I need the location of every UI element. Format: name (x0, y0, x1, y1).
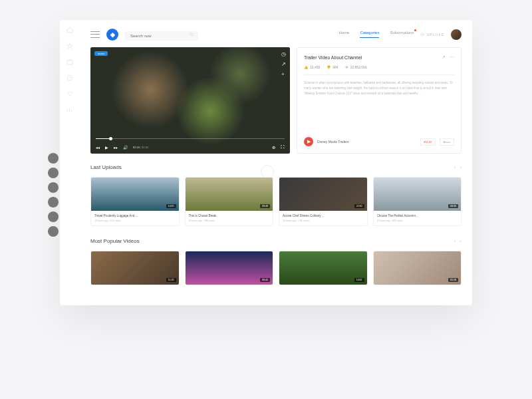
home-icon[interactable] (66, 27, 73, 33)
video-card[interactable]: 05:18 (373, 251, 462, 285)
search-icon[interactable] (190, 32, 194, 37)
clock-icon[interactable] (66, 74, 73, 81)
cloud-icon (420, 33, 424, 37)
video-card[interactable]: 11:20 (90, 251, 180, 285)
play-icon[interactable]: ▶ (105, 145, 108, 150)
svg-rect-0 (67, 61, 72, 65)
profile-avatar[interactable] (451, 29, 462, 40)
channel-avatar[interactable] (48, 153, 59, 164)
uploads-row: 14:25Travel Prudently Luggage And ...19 … (90, 177, 462, 226)
channel-name[interactable]: Disney Movie Trailers (317, 140, 349, 144)
search-input[interactable] (125, 28, 198, 41)
left-rail (60, 20, 80, 305)
fullscreen-icon[interactable]: ⛶ (281, 145, 285, 150)
channel-avatars-rail (48, 153, 59, 237)
channel-avatar[interactable] (48, 182, 59, 193)
forward-icon[interactable]: ▸▸ (114, 145, 118, 150)
about-button[interactable]: About (440, 138, 454, 146)
channel-avatar[interactable] (48, 168, 59, 178)
thumbs-down-icon[interactable]: 👎 (327, 65, 331, 69)
menu-icon[interactable] (90, 31, 100, 38)
video-card[interactable]: 22:10Aussie Chef Shares Culinary ...19 h… (279, 177, 368, 226)
rewind-icon[interactable]: ◂◂ (96, 145, 100, 150)
category-tag: music (94, 51, 108, 56)
nav-categories[interactable]: Categories (360, 31, 379, 38)
video-title: Trailer Video About Channel (304, 55, 362, 60)
channel-avatar[interactable] (48, 197, 59, 207)
add-icon[interactable]: + (281, 71, 286, 77)
channel-avatar[interactable] (48, 211, 59, 222)
prev-icon[interactable]: ‹ (454, 164, 456, 170)
prev-icon[interactable]: ‹ (454, 238, 456, 244)
thumbs-up-icon[interactable]: 👍 (304, 65, 308, 69)
upload-button[interactable]: UPLOAD (420, 33, 444, 37)
section-title-popular: Most Popular Videos (90, 238, 140, 244)
video-card[interactable]: 06:45 (185, 251, 274, 285)
briefcase-icon[interactable] (66, 59, 73, 65)
time-current: 02:16 / 45:32 (133, 146, 148, 149)
next-icon[interactable]: › (460, 164, 462, 170)
share-icon[interactable]: ↗ (281, 61, 286, 67)
video-card[interactable]: 08:33Choose The Perfect Accomm...19 hour… (373, 177, 462, 226)
video-description: Summer is often synonymous with beaches,… (304, 80, 454, 132)
svg-point-2 (190, 33, 193, 35)
popular-row: 11:20 06:45 15:02 05:18 (90, 251, 462, 285)
nav-subscriptions[interactable]: Subscriptions (390, 31, 414, 38)
video-card[interactable]: 09:40This Is Choaut Break19 hours ago · … (185, 177, 274, 226)
share-icon[interactable]: ↗ (442, 55, 446, 60)
video-detail: Trailer Video About Channel ↗ ⋯ 👍12,456 … (297, 47, 462, 154)
section-title-uploads: Last Uploads (90, 164, 122, 170)
eye-icon: 👁 (345, 65, 348, 69)
logo[interactable]: ◆ (106, 29, 118, 41)
chart-icon[interactable] (66, 106, 73, 113)
volume-icon[interactable]: 🔊 (123, 145, 128, 150)
main-nav: Home Categories Subscriptions (338, 31, 414, 38)
settings-icon[interactable]: ⚙ (272, 145, 275, 150)
progress-bar[interactable] (96, 138, 285, 139)
later-icon[interactable]: ◷ (281, 51, 286, 57)
nav-home[interactable]: Home (338, 31, 349, 38)
subscriber-count: 892,32 (420, 138, 435, 146)
topbar: ◆ Home Categories Subscriptions UPLOAD (90, 28, 462, 41)
channel-avatar[interactable] (48, 226, 59, 237)
video-card[interactable]: 15:02 (279, 251, 368, 285)
star-icon[interactable] (66, 43, 73, 49)
heart-icon[interactable] (66, 90, 73, 97)
loading-ring (261, 165, 274, 178)
video-player[interactable]: music ◷ ↗ + ◂◂ ▶ ▸▸ 🔊 02:16 / 45:32 ⚙ ⛶ (90, 47, 290, 154)
more-icon[interactable]: ⋯ (450, 55, 454, 60)
channel-avatar[interactable]: ▶ (304, 137, 313, 146)
video-card[interactable]: 14:25Travel Prudently Luggage And ...19 … (90, 177, 180, 226)
next-icon[interactable]: › (460, 238, 462, 244)
